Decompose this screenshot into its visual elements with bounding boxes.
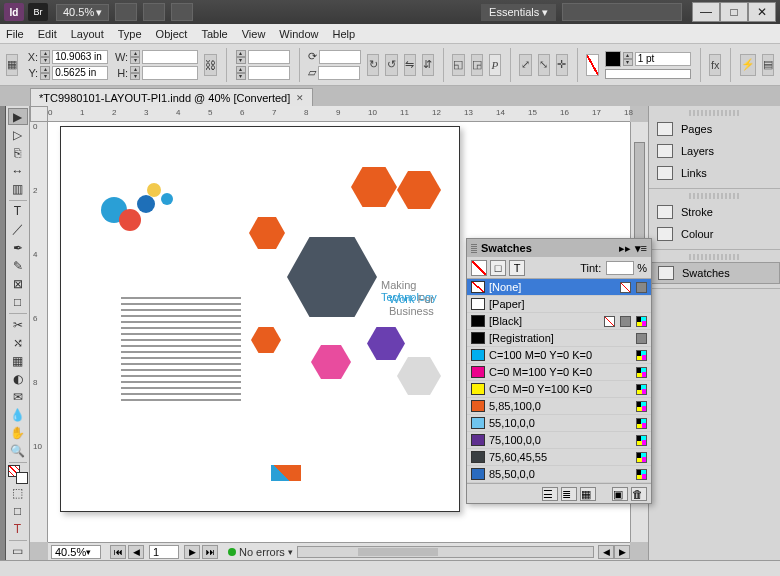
- screen-mode-toggle[interactable]: ▭: [8, 543, 28, 560]
- select-container-icon[interactable]: ◱: [452, 54, 464, 76]
- step-down-icon[interactable]: ▾: [40, 73, 50, 80]
- preflight-status[interactable]: No errors ▾: [228, 546, 293, 558]
- formatting-text-icon[interactable]: T: [509, 260, 525, 276]
- step-down-icon[interactable]: ▾: [236, 73, 246, 80]
- panel-links[interactable]: Links: [649, 162, 780, 184]
- swatch-row[interactable]: C=100 M=0 Y=0 K=0: [467, 347, 651, 364]
- page-number-field[interactable]: 1: [149, 545, 179, 559]
- step-down-icon[interactable]: ▾: [130, 73, 140, 80]
- page-tool[interactable]: ⎘: [8, 144, 28, 161]
- paragraph-style-icon[interactable]: P: [489, 54, 501, 76]
- stroke-weight-input[interactable]: [635, 52, 691, 66]
- selection-tool[interactable]: ▶: [8, 108, 28, 125]
- menu-file[interactable]: File: [6, 28, 24, 40]
- prev-page-button[interactable]: ◀: [128, 545, 144, 559]
- scale-x-input[interactable]: [248, 50, 290, 64]
- workspace-switcher[interactable]: Essentials ▾: [481, 4, 556, 21]
- next-page-button[interactable]: ▶: [184, 545, 200, 559]
- new-swatch-button[interactable]: ▣: [612, 487, 628, 501]
- scissors-tool[interactable]: ✂: [8, 316, 28, 333]
- default-fill-stroke-icon[interactable]: ⬚: [8, 485, 28, 502]
- collapse-panel-icon[interactable]: ▸▸: [619, 242, 631, 255]
- menu-view[interactable]: View: [242, 28, 266, 40]
- formatting-affects-text-icon[interactable]: T: [8, 521, 28, 538]
- swatch-row[interactable]: [Registration]: [467, 330, 651, 347]
- swatch-row[interactable]: 75,100,0,0: [467, 432, 651, 449]
- step-up-icon[interactable]: ▴: [130, 50, 140, 57]
- rotate-90-cw-icon[interactable]: ↻: [367, 54, 379, 76]
- formatting-affects-container-icon[interactable]: □: [8, 503, 28, 520]
- step-down-icon[interactable]: ▾: [236, 57, 246, 64]
- bridge-badge[interactable]: Br: [28, 3, 48, 21]
- scrollbar-thumb[interactable]: [358, 548, 438, 556]
- width-input[interactable]: [142, 50, 198, 64]
- swatch-row[interactable]: [Paper]: [467, 296, 651, 313]
- zoom-dropdown[interactable]: 40.5% ▾: [51, 545, 101, 559]
- type-tool[interactable]: T: [8, 202, 28, 219]
- pen-tool[interactable]: ✒: [8, 240, 28, 257]
- height-input[interactable]: [142, 66, 198, 80]
- fill-swatch-icon[interactable]: [586, 54, 598, 76]
- vertical-ruler[interactable]: 0246810: [30, 122, 48, 542]
- shear-input[interactable]: [318, 66, 360, 80]
- constrain-proportions-icon[interactable]: ⛓: [204, 54, 217, 76]
- step-up-icon[interactable]: ▴: [40, 66, 50, 73]
- scrollbar-thumb[interactable]: [634, 142, 645, 242]
- delete-swatch-button[interactable]: 🗑: [631, 487, 647, 501]
- formatting-container-icon[interactable]: □: [490, 260, 506, 276]
- step-up-icon[interactable]: ▴: [236, 50, 246, 57]
- zoom-tool[interactable]: 🔍: [8, 443, 28, 460]
- flip-horizontal-icon[interactable]: ⇋: [404, 54, 416, 76]
- view-options-button[interactable]: [115, 3, 137, 21]
- swatch-row[interactable]: 55,10,0,0: [467, 415, 651, 432]
- step-up-icon[interactable]: ▴: [40, 50, 50, 57]
- step-down-icon[interactable]: ▾: [623, 59, 633, 66]
- close-tab-icon[interactable]: ✕: [296, 93, 304, 103]
- flip-vertical-icon[interactable]: ⇵: [422, 54, 434, 76]
- minimize-button[interactable]: —: [692, 2, 720, 22]
- document-tab[interactable]: *TC9980101-LAYOUT-PI1.indd @ 40% [Conver…: [30, 88, 313, 106]
- panel-layers[interactable]: Layers: [649, 140, 780, 162]
- menu-object[interactable]: Object: [156, 28, 188, 40]
- tint-input[interactable]: [606, 261, 634, 275]
- panel-stroke[interactable]: Stroke: [649, 201, 780, 223]
- menu-edit[interactable]: Edit: [38, 28, 57, 40]
- rotation-input[interactable]: [319, 50, 361, 64]
- swatch-row[interactable]: 75,60,45,55: [467, 449, 651, 466]
- horizontal-ruler[interactable]: 0123456789101112131415161718: [48, 106, 630, 122]
- fill-proxy-icon[interactable]: [471, 260, 487, 276]
- swatch-row[interactable]: 5,85,100,0: [467, 398, 651, 415]
- select-content-icon[interactable]: ◲: [471, 54, 483, 76]
- fit-frame-icon[interactable]: ⤡: [538, 54, 550, 76]
- menu-help[interactable]: Help: [332, 28, 355, 40]
- arrange-documents-button[interactable]: [171, 3, 193, 21]
- dock-grip[interactable]: [689, 110, 740, 116]
- dock-grip[interactable]: [689, 254, 740, 260]
- note-tool[interactable]: ✉: [8, 388, 28, 405]
- reference-point-proxy[interactable]: ▦: [6, 54, 18, 76]
- screen-mode-button[interactable]: [143, 3, 165, 21]
- menu-window[interactable]: Window: [279, 28, 318, 40]
- dock-grip[interactable]: [689, 193, 740, 199]
- swatch-row[interactable]: 85,50,0,0: [467, 466, 651, 483]
- swatch-row[interactable]: C=0 M=100 Y=0 K=0: [467, 364, 651, 381]
- pencil-tool[interactable]: ✎: [8, 258, 28, 275]
- rotate-90-ccw-icon[interactable]: ↺: [385, 54, 397, 76]
- stroke-style-dropdown[interactable]: [605, 69, 691, 79]
- step-up-icon[interactable]: ▴: [236, 66, 246, 73]
- step-up-icon[interactable]: ▴: [623, 52, 633, 59]
- rectangle-frame-tool[interactable]: ⊠: [8, 276, 28, 293]
- first-page-button[interactable]: ⏮: [110, 545, 126, 559]
- content-collector-tool[interactable]: ▥: [8, 180, 28, 197]
- line-tool[interactable]: ／: [8, 221, 28, 239]
- close-button[interactable]: ✕: [748, 2, 776, 22]
- rectangle-tool[interactable]: □: [8, 294, 28, 311]
- gradient-feather-tool[interactable]: ◐: [8, 370, 28, 387]
- effects-icon[interactable]: fx: [709, 54, 721, 76]
- scale-y-input[interactable]: [248, 66, 290, 80]
- show-list-view-icon[interactable]: ☰: [542, 487, 558, 501]
- panel-pages[interactable]: Pages: [649, 118, 780, 140]
- panel-colour[interactable]: Colour: [649, 223, 780, 245]
- maximize-button[interactable]: □: [720, 2, 748, 22]
- zoom-level-field[interactable]: 40.5%▾: [56, 4, 109, 21]
